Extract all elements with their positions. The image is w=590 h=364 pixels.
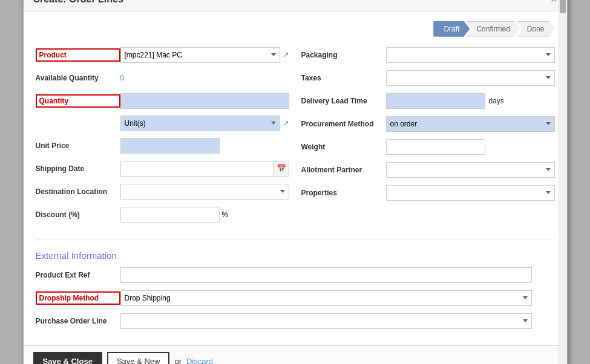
unit-select-wrap: Unit(s) [120, 115, 280, 131]
purchase-order-line-row: Purchase Order Line [36, 313, 555, 330]
external-information-section: External Information Product Ext Ref Dro… [36, 250, 555, 330]
allotment-partner-select-wrap [386, 162, 555, 178]
packaging-select-wrap [386, 47, 555, 63]
destination-location-label: Destination Location [36, 187, 120, 196]
create-order-lines-modal: Create: Order Lines × Draft Confirmed Do… [23, 0, 568, 364]
taxes-select-wrap [386, 70, 555, 86]
unit-row: Unit(s) ↗ [120, 115, 289, 131]
close-button[interactable]: × [551, 0, 557, 5]
shipping-date-input[interactable] [120, 161, 274, 177]
quantity-row: Quantity 10.000 [36, 93, 289, 109]
delivery-lead-time-input[interactable]: 7.00 [386, 93, 485, 109]
discount-input[interactable]: 0.000 [120, 207, 220, 223]
properties-label: Properties [301, 189, 386, 197]
delivery-lead-time-row: Delivery Lead Time 7.00 days [301, 93, 555, 109]
shipping-date-label: Shipping Date [36, 164, 120, 173]
or-label: or [174, 357, 182, 365]
procurement-method-label: Procurement Method [301, 120, 386, 128]
properties-select-wrap [386, 185, 555, 201]
taxes-row: Taxes [301, 70, 555, 86]
unit-price-input[interactable]: 10,000.00 [120, 138, 220, 154]
delivery-lead-time-label: Delivery Lead Time [301, 97, 386, 105]
shipping-date-row: Shipping Date 📅 [36, 160, 289, 177]
packaging-label: Packaging [301, 51, 386, 59]
shipping-date-wrap: 📅 [120, 161, 289, 177]
procurement-method-select-wrap: on order [386, 116, 555, 132]
form-col-left: Product [mpc221] Mac PC ↗ Availa [36, 47, 289, 229]
pct-label: % [222, 210, 229, 219]
properties-select[interactable] [386, 185, 555, 201]
purchase-order-line-select-wrap [120, 313, 532, 329]
workflow-steps: Draft Confirmed Done [36, 21, 555, 37]
allotment-partner-row: Allotment Partner [301, 161, 555, 178]
allotment-partner-label: Allotment Partner [301, 166, 386, 174]
product-select-wrap: [mpc221] Mac PC [120, 47, 280, 63]
unit-select[interactable]: Unit(s) [120, 115, 280, 131]
dropship-method-row: Dropship Method Drop Shipping [36, 290, 555, 307]
discard-button[interactable]: Discard [186, 357, 213, 365]
purchase-order-line-select[interactable] [120, 313, 532, 329]
destination-location-select[interactable] [120, 184, 289, 200]
quantity-label: Quantity [36, 94, 120, 108]
available-qty-value: 0 [120, 74, 125, 82]
unit-price-row: Unit Price 10,000.00 [36, 137, 289, 154]
save-close-button[interactable]: Save & Close [33, 352, 102, 365]
available-qty-row: Available Quantity 0 [36, 70, 289, 86]
product-row: Product [mpc221] Mac PC ↗ [36, 47, 289, 63]
product-select[interactable]: [mpc221] Mac PC [120, 47, 280, 63]
quantity-control-wrap: 10.000 [120, 93, 289, 109]
form-col-right: Packaging Taxes [301, 47, 555, 229]
calendar-button[interactable]: 📅 [274, 161, 289, 177]
save-new-button[interactable]: Save & New [107, 352, 170, 365]
modal-body: Draft Confirmed Done Product [24, 11, 567, 345]
taxes-select[interactable] [386, 70, 555, 86]
packaging-row: Packaging [301, 47, 555, 63]
scroll-thumb[interactable] [560, 0, 566, 13]
modal-title: Create: Order Lines [33, 0, 123, 5]
section-divider [36, 239, 555, 239]
step-draft[interactable]: Draft [433, 21, 470, 37]
scrollbar[interactable] [559, 0, 567, 364]
product-label: Product [36, 48, 120, 62]
product-ext-ref-label: Product Ext Ref [36, 271, 120, 279]
taxes-label: Taxes [301, 74, 386, 82]
product-link-icon[interactable]: ↗ [283, 50, 289, 59]
packaging-select[interactable] [386, 47, 555, 63]
product-ext-ref-row: Product Ext Ref [36, 267, 555, 284]
dropship-method-select[interactable]: Drop Shipping [120, 290, 532, 306]
step-done[interactable]: Done [517, 21, 555, 37]
modal-footer: Save & Close Save & New or Discard [24, 345, 567, 365]
weight-row: Weight 0.00 [301, 138, 555, 155]
discount-label: Discount (%) [36, 210, 120, 219]
allotment-partner-select[interactable] [386, 162, 555, 178]
available-qty-label: Available Quantity [36, 74, 120, 82]
product-ext-ref-input[interactable] [120, 267, 532, 283]
discount-row: Discount (%) 0.000 % [36, 206, 289, 223]
procurement-method-row: Procurement Method on order [301, 115, 555, 132]
unit-price-label: Unit Price [36, 141, 120, 150]
weight-input[interactable]: 0.00 [386, 139, 485, 155]
external-info-title: External Information [36, 250, 555, 261]
destination-location-select-wrap [120, 184, 289, 200]
procurement-method-select[interactable]: on order [386, 116, 555, 132]
purchase-order-line-label: Purchase Order Line [36, 317, 120, 325]
dropship-method-select-wrap: Drop Shipping [120, 290, 532, 306]
quantity-input[interactable]: 10.000 [120, 93, 289, 109]
step-confirmed[interactable]: Confirmed [466, 21, 520, 37]
unit-link-icon[interactable]: ↗ [283, 119, 289, 128]
modal-header: Create: Order Lines × [24, 0, 567, 11]
days-label: days [489, 97, 504, 105]
properties-row: Properties [301, 184, 555, 201]
dropship-method-label: Dropship Method [36, 291, 120, 305]
product-control-wrap: [mpc221] Mac PC ↗ [120, 47, 289, 63]
destination-location-row: Destination Location [36, 183, 289, 200]
form-columns: Product [mpc221] Mac PC ↗ Availa [36, 47, 555, 229]
weight-label: Weight [301, 143, 386, 151]
